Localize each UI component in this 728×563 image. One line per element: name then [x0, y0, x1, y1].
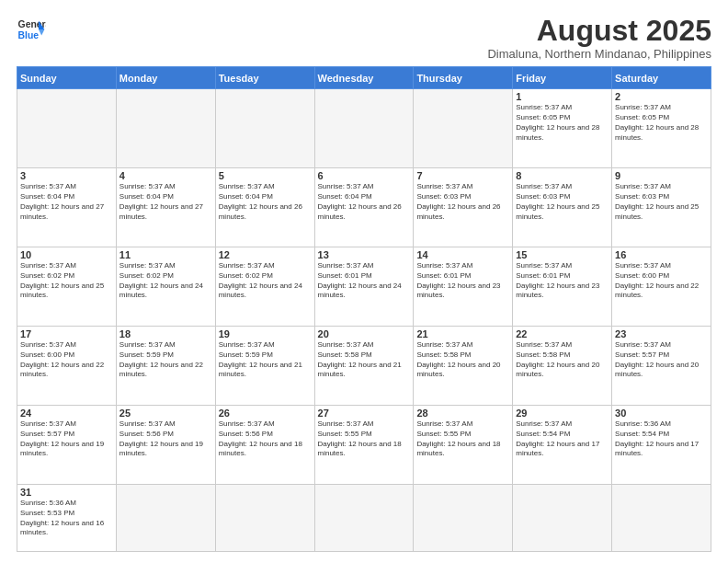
col-tuesday: Tuesday	[215, 67, 314, 89]
col-monday: Monday	[116, 67, 215, 89]
calendar-cell-2-4: 6Sunrise: 5:37 AMSunset: 6:04 PMDaylight…	[314, 168, 414, 247]
day-number: 28	[416, 408, 509, 419]
day-info: Sunrise: 5:37 AMSunset: 6:02 PMDaylight:…	[219, 261, 312, 301]
day-number: 24	[20, 408, 113, 419]
calendar-cell-1-3	[215, 89, 314, 168]
col-saturday: Saturday	[612, 67, 711, 89]
day-info: Sunrise: 5:36 AMSunset: 5:53 PMDaylight:…	[20, 499, 113, 538]
day-info: Sunrise: 5:37 AMSunset: 6:05 PMDaylight:…	[516, 103, 609, 143]
svg-marker-3	[39, 29, 44, 35]
calendar-week-5: 24Sunrise: 5:37 AMSunset: 5:57 PMDayligh…	[17, 406, 711, 485]
calendar-cell-5-5: 28Sunrise: 5:37 AMSunset: 5:55 PMDayligh…	[414, 406, 513, 485]
calendar-cell-1-1	[17, 89, 117, 168]
calendar-cell-3-2: 11Sunrise: 5:37 AMSunset: 6:02 PMDayligh…	[116, 247, 215, 327]
day-number: 18	[119, 328, 212, 339]
calendar-cell-3-7: 16Sunrise: 5:37 AMSunset: 6:00 PMDayligh…	[612, 247, 711, 327]
calendar-cell-6-6	[513, 484, 612, 551]
calendar-week-6: 31Sunrise: 5:36 AMSunset: 5:53 PMDayligh…	[17, 484, 711, 551]
day-number: 23	[615, 328, 708, 339]
calendar-cell-4-3: 19Sunrise: 5:37 AMSunset: 5:59 PMDayligh…	[215, 327, 314, 406]
calendar-cell-5-6: 29Sunrise: 5:37 AMSunset: 5:54 PMDayligh…	[513, 406, 612, 485]
day-info: Sunrise: 5:37 AMSunset: 6:03 PMDaylight:…	[516, 182, 609, 222]
calendar-cell-6-5	[414, 484, 513, 551]
calendar-cell-3-6: 15Sunrise: 5:37 AMSunset: 6:01 PMDayligh…	[513, 247, 612, 327]
page: General Blue August 2025 Dimaluna, North…	[0, 0, 728, 563]
calendar-cell-2-2: 4Sunrise: 5:37 AMSunset: 6:04 PMDaylight…	[116, 168, 215, 247]
calendar-cell-1-6: 1Sunrise: 5:37 AMSunset: 6:05 PMDaylight…	[513, 89, 612, 168]
calendar-week-4: 17Sunrise: 5:37 AMSunset: 6:00 PMDayligh…	[17, 327, 711, 406]
day-number: 5	[219, 170, 312, 181]
calendar-cell-1-4	[314, 89, 414, 168]
day-info: Sunrise: 5:37 AMSunset: 5:58 PMDaylight:…	[516, 340, 609, 380]
day-number: 30	[615, 408, 708, 419]
day-number: 7	[416, 170, 509, 181]
calendar-cell-5-3: 26Sunrise: 5:37 AMSunset: 5:56 PMDayligh…	[215, 406, 314, 485]
col-sunday: Sunday	[17, 67, 117, 89]
day-info: Sunrise: 5:37 AMSunset: 5:56 PMDaylight:…	[119, 419, 212, 459]
calendar-cell-1-2	[116, 89, 215, 168]
calendar-cell-2-5: 7Sunrise: 5:37 AMSunset: 6:03 PMDaylight…	[414, 168, 513, 247]
calendar-cell-3-4: 13Sunrise: 5:37 AMSunset: 6:01 PMDayligh…	[314, 247, 414, 327]
day-info: Sunrise: 5:36 AMSunset: 5:54 PMDaylight:…	[615, 419, 708, 459]
day-number: 14	[416, 249, 509, 260]
day-info: Sunrise: 5:37 AMSunset: 6:02 PMDaylight:…	[119, 261, 212, 301]
calendar-week-1: 1Sunrise: 5:37 AMSunset: 6:05 PMDaylight…	[17, 89, 711, 168]
calendar-cell-4-5: 21Sunrise: 5:37 AMSunset: 5:58 PMDayligh…	[414, 327, 513, 406]
day-info: Sunrise: 5:37 AMSunset: 5:57 PMDaylight:…	[615, 340, 708, 380]
day-info: Sunrise: 5:37 AMSunset: 6:01 PMDaylight:…	[516, 261, 609, 301]
col-wednesday: Wednesday	[314, 67, 414, 89]
calendar-table: Sunday Monday Tuesday Wednesday Thursday…	[17, 66, 711, 552]
day-info: Sunrise: 5:37 AMSunset: 6:05 PMDaylight:…	[615, 103, 708, 143]
day-number: 26	[219, 408, 312, 419]
calendar-cell-2-6: 8Sunrise: 5:37 AMSunset: 6:03 PMDaylight…	[513, 168, 612, 247]
day-info: Sunrise: 5:37 AMSunset: 6:04 PMDaylight:…	[20, 182, 113, 222]
day-number: 6	[318, 170, 411, 181]
day-info: Sunrise: 5:37 AMSunset: 6:00 PMDaylight:…	[615, 261, 708, 301]
day-number: 29	[516, 408, 609, 419]
day-number: 15	[516, 249, 609, 260]
day-number: 10	[20, 249, 113, 260]
calendar-cell-3-1: 10Sunrise: 5:37 AMSunset: 6:02 PMDayligh…	[17, 247, 117, 327]
day-number: 3	[20, 170, 113, 181]
calendar-cell-6-7	[612, 484, 711, 551]
col-thursday: Thursday	[414, 67, 513, 89]
calendar-cell-1-7: 2Sunrise: 5:37 AMSunset: 6:05 PMDaylight…	[612, 89, 711, 168]
day-info: Sunrise: 5:37 AMSunset: 6:02 PMDaylight:…	[20, 261, 113, 301]
header: General Blue August 2025 Dimaluna, North…	[17, 15, 711, 61]
day-number: 9	[615, 170, 708, 181]
day-number: 19	[219, 328, 312, 339]
header-row: Sunday Monday Tuesday Wednesday Thursday…	[17, 67, 711, 89]
calendar-cell-4-6: 22Sunrise: 5:37 AMSunset: 5:58 PMDayligh…	[513, 327, 612, 406]
calendar-cell-4-1: 17Sunrise: 5:37 AMSunset: 6:00 PMDayligh…	[17, 327, 117, 406]
day-info: Sunrise: 5:37 AMSunset: 6:00 PMDaylight:…	[20, 340, 113, 380]
calendar-subtitle: Dimaluna, Northern Mindanao, Philippines	[487, 47, 711, 61]
day-info: Sunrise: 5:37 AMSunset: 5:56 PMDaylight:…	[219, 419, 312, 459]
calendar-cell-2-1: 3Sunrise: 5:37 AMSunset: 6:04 PMDaylight…	[17, 168, 117, 247]
calendar-cell-3-3: 12Sunrise: 5:37 AMSunset: 6:02 PMDayligh…	[215, 247, 314, 327]
calendar-cell-6-3	[215, 484, 314, 551]
day-number: 1	[516, 91, 609, 102]
day-info: Sunrise: 5:37 AMSunset: 6:01 PMDaylight:…	[318, 261, 411, 301]
calendar-cell-6-2	[116, 484, 215, 551]
day-number: 2	[615, 91, 708, 102]
calendar-cell-2-3: 5Sunrise: 5:37 AMSunset: 6:04 PMDaylight…	[215, 168, 314, 247]
calendar-title: August 2025	[487, 15, 711, 47]
calendar-cell-4-2: 18Sunrise: 5:37 AMSunset: 5:59 PMDayligh…	[116, 327, 215, 406]
day-info: Sunrise: 5:37 AMSunset: 5:57 PMDaylight:…	[20, 419, 113, 459]
logo: General Blue	[17, 15, 46, 44]
title-block: August 2025 Dimaluna, Northern Mindanao,…	[487, 15, 711, 61]
day-info: Sunrise: 5:37 AMSunset: 5:59 PMDaylight:…	[219, 340, 312, 380]
calendar-cell-6-1: 31Sunrise: 5:36 AMSunset: 5:53 PMDayligh…	[17, 484, 117, 551]
day-number: 31	[20, 487, 113, 498]
calendar-cell-4-4: 20Sunrise: 5:37 AMSunset: 5:58 PMDayligh…	[314, 327, 414, 406]
svg-text:Blue: Blue	[18, 30, 40, 40]
day-info: Sunrise: 5:37 AMSunset: 6:04 PMDaylight:…	[219, 182, 312, 222]
day-number: 21	[416, 328, 509, 339]
day-number: 27	[318, 408, 411, 419]
logo-icon: General Blue	[17, 15, 46, 44]
day-info: Sunrise: 5:37 AMSunset: 6:03 PMDaylight:…	[615, 182, 708, 222]
day-info: Sunrise: 5:37 AMSunset: 6:04 PMDaylight:…	[318, 182, 411, 222]
calendar-cell-5-1: 24Sunrise: 5:37 AMSunset: 5:57 PMDayligh…	[17, 406, 117, 485]
calendar-cell-1-5	[414, 89, 513, 168]
day-info: Sunrise: 5:37 AMSunset: 5:58 PMDaylight:…	[416, 340, 509, 380]
